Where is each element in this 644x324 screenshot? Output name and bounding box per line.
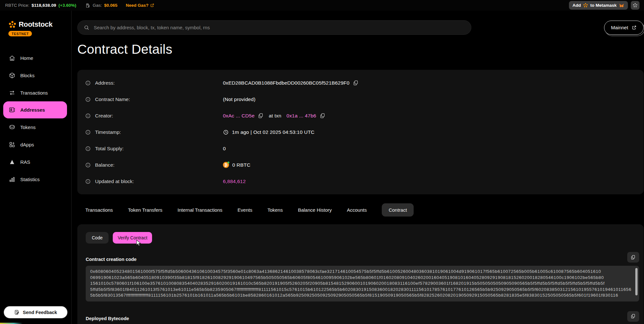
rootstock-flower-icon: [633, 3, 638, 8]
total-supply-value: 0: [223, 146, 226, 152]
info-icon[interactable]: [85, 129, 91, 135]
code-line: 0x608060405234801561000f575f5ffd5b506004…: [90, 269, 631, 275]
address-tabs: Transactions Token Transfers Internal Tr…: [77, 203, 644, 217]
info-icon[interactable]: [85, 113, 91, 119]
sidebar-item-label: Tokens: [20, 125, 36, 130]
tab-tokens[interactable]: Tokens: [267, 203, 283, 217]
info-icon[interactable]: [85, 162, 91, 168]
copy-bytecode-button[interactable]: [627, 311, 639, 322]
price-change: (+3.60%): [59, 3, 76, 8]
updated-block-label: Updated at block:: [95, 179, 134, 184]
address-label: Address:: [95, 80, 115, 86]
at-txn-label: at txn: [269, 113, 281, 119]
gas-info: Gas: $0.065: [85, 3, 118, 8]
creation-code-block: 0x608060405234801561000f575f5ffd5b506004…: [86, 266, 639, 301]
sidebar-item-home[interactable]: Home: [0, 49, 71, 67]
brand-name: Rootstock: [19, 20, 53, 29]
send-feedback-button[interactable]: Send Feedback: [3, 306, 68, 319]
sidebar-item-label: Transactions: [20, 90, 48, 96]
detail-row-updated-block: Updated at block: 6,884,612: [85, 173, 636, 190]
creator-address-link[interactable]: 0xAc ... CD5e: [223, 113, 255, 119]
contract-panel: Code Verify Contract Contract creation c…: [77, 224, 644, 324]
sidebar-decoration: [0, 323, 23, 324]
add-label: Add: [572, 3, 581, 8]
sidebar-item-transactions[interactable]: Transactions: [0, 84, 71, 101]
sidebar-item-ras[interactable]: RAS: [0, 153, 71, 171]
tab-token-transfers[interactable]: Token Transfers: [128, 203, 162, 217]
contract-name-value: (Not provided): [223, 97, 255, 102]
sidebar-item-label: RAS: [20, 159, 30, 165]
sidebar-item-tokens[interactable]: Tokens: [0, 118, 71, 136]
tab-accounts[interactable]: Accounts: [347, 203, 367, 217]
price-value: $118,638.09: [32, 3, 56, 8]
detail-row-address: Address: 0xED28BCAD0B1088FbdbeDD00260BC0…: [85, 75, 636, 91]
contact-card-icon: [9, 106, 15, 113]
rootstock-logo[interactable]: Rootstock: [0, 20, 71, 29]
address-value: 0xED28BCAD0B1088FbdbeDD00260BC05f521B629…: [223, 80, 350, 86]
updated-block-link[interactable]: 6,884,612: [223, 179, 246, 184]
send-feedback-label: Send Feedback: [23, 310, 57, 315]
info-icon[interactable]: [85, 80, 91, 86]
code-line: 1561010c5780601f106100e35761010080835404…: [90, 281, 631, 287]
copy-icon[interactable]: [258, 113, 264, 119]
clock-icon: [223, 129, 229, 135]
contract-details-card: Address: 0xED28BCAD0B1088FbdbeDD00260BC0…: [77, 70, 644, 194]
contract-name-label: Contract Name:: [95, 97, 130, 102]
cube-icon: [9, 72, 15, 79]
need-gas-link[interactable]: Need Gas?: [126, 3, 155, 8]
timestamp-value: 1m ago | Oct 02 2025 04:53:10 UTC: [232, 129, 314, 135]
add-to-metamask-button[interactable]: Add to Metamask: [569, 1, 628, 10]
scrollbar-thumb[interactable]: [635, 268, 638, 295]
balance-label: Balance:: [95, 162, 114, 168]
sidebar-item-label: Addresses: [20, 107, 45, 113]
code-line: 5ffd5b5f5f83601f84011261013f5761013e6101…: [90, 287, 631, 293]
external-link-icon: [150, 3, 154, 7]
sidebar-item-label: Blocks: [20, 73, 34, 78]
info-icon[interactable]: [85, 146, 91, 152]
bar-chart-icon: [9, 176, 15, 183]
sidebar-item-addresses[interactable]: Addresses: [3, 101, 67, 118]
search-input[interactable]: [94, 25, 465, 30]
sidebar-item-dapps[interactable]: dApps: [0, 136, 71, 153]
testnet-badge: TESTNET: [8, 31, 32, 36]
copy-icon[interactable]: [320, 113, 325, 119]
home-icon: [9, 55, 15, 61]
grid-plus-icon: [9, 141, 15, 148]
code-line: 069919061023a565b60405180910390f35b81815…: [90, 275, 631, 281]
sidebar-item-label: dApps: [20, 142, 34, 147]
tab-events[interactable]: Events: [237, 203, 252, 217]
copy-icon[interactable]: [353, 80, 359, 86]
sidebar-item-blocks[interactable]: Blocks: [0, 67, 71, 84]
code-line: 5b5b5f83013567ffffffffffffffff8111156101…: [90, 292, 631, 299]
external-link-icon: [632, 25, 637, 30]
creator-tx-link[interactable]: 0x1a ... 47b6: [286, 113, 316, 119]
sidebar-item-label: Statistics: [20, 177, 40, 182]
rootstock-flower-icon: [583, 3, 588, 8]
code-button[interactable]: Code: [86, 232, 109, 244]
tab-transactions[interactable]: Transactions: [85, 203, 113, 217]
tab-contract[interactable]: Contract: [382, 203, 414, 217]
coin-icon: [9, 124, 15, 131]
rbtc-price: RBTC Price: $118,638.09 (+3.60%): [5, 3, 76, 8]
detail-row-creator: Creator: 0xAc ... CD5e at txn 0x1a ... 4…: [85, 107, 636, 124]
copy-creation-code-button[interactable]: [627, 252, 639, 263]
info-icon[interactable]: [85, 97, 91, 102]
tab-internal-transactions[interactable]: Internal Transactions: [178, 203, 222, 217]
info-icon[interactable]: [85, 179, 91, 184]
sidebar-item-statistics[interactable]: Statistics: [0, 171, 71, 188]
timestamp-label: Timestamp:: [95, 129, 121, 135]
metamask-fox-icon: [619, 3, 624, 8]
triangle-icon: [9, 159, 15, 165]
main-content: Mainnet Contract Details Address: 0xED28…: [72, 11, 644, 324]
detail-row-contract-name: Contract Name: (Not provided): [85, 91, 636, 107]
swap-arrows-icon: [9, 89, 15, 96]
deployed-bytecode-label: Deployed Bytecode: [86, 316, 129, 322]
creation-code-label: Contract creation code: [86, 257, 137, 263]
total-supply-label: Total Supply:: [95, 146, 124, 152]
rootstock-icon-button[interactable]: [631, 1, 639, 10]
network-switcher-button[interactable]: Mainnet: [604, 21, 644, 35]
tab-balance-history[interactable]: Balance History: [298, 203, 332, 217]
search-icon: [84, 25, 90, 31]
verify-contract-button[interactable]: Verify Contract: [113, 232, 152, 244]
price-label: RBTC Price:: [5, 3, 29, 8]
